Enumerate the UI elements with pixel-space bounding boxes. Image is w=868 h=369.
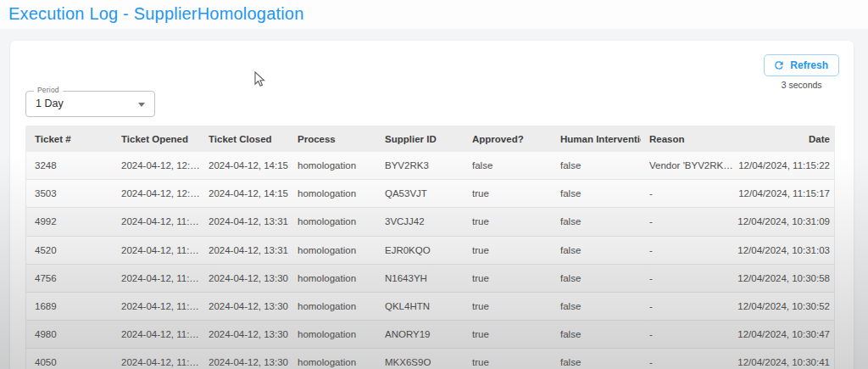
column-header-supplier_id: Supplier ID [376, 134, 464, 144]
cell-human_intervention: false [552, 301, 641, 311]
cell-approved: true [464, 245, 552, 255]
table-row[interactable]: 49802024-04-12, 11:362024-04-12, 13:30ho… [26, 321, 834, 349]
cell-supplier_id: EJR0KQO [376, 245, 464, 255]
cell-date: 12/04/2024, 11:15:22 [736, 160, 834, 171]
cell-process: homologation [289, 216, 376, 226]
cell-ticket_closed: 2024-04-12, 13:30 [200, 273, 289, 283]
cell-supplier_id: QA53VJT [376, 188, 464, 198]
cell-ticket_number: 4756 [26, 273, 113, 283]
table-row[interactable]: 45202024-04-12, 11:402024-04-12, 13:31ho… [26, 237, 834, 265]
period-select[interactable]: Period 1 Day [25, 91, 155, 117]
column-header-human_intervention: Human Intervention? [552, 134, 641, 144]
refresh-button[interactable]: Refresh [764, 54, 839, 76]
refresh-icon [773, 59, 785, 71]
refresh-interval-text: 3 seconds [764, 80, 839, 90]
cell-ticket_number: 3503 [26, 188, 113, 198]
cell-approved: true [464, 188, 552, 198]
column-header-ticket_number: Ticket # [26, 134, 113, 144]
cell-ticket_closed: 2024-04-12, 13:30 [200, 329, 289, 339]
cell-supplier_id: 3VCJJ42 [376, 216, 464, 226]
cell-human_intervention: false [552, 160, 641, 171]
execution-log-table: Ticket #Ticket OpenedTicket ClosedProces… [25, 126, 835, 369]
cell-reason: - [641, 301, 736, 311]
cell-ticket_closed: 2024-04-12, 13:30 [200, 301, 289, 311]
cell-process: homologation [289, 329, 376, 339]
cell-ticket_number: 3248 [26, 160, 113, 171]
table-row[interactable]: 35032024-04-12, 12:162024-04-12, 14:15ho… [26, 180, 834, 208]
cell-approved: true [464, 329, 552, 339]
cell-ticket_number: 4050 [26, 357, 113, 367]
cell-ticket_number: 4992 [26, 216, 113, 226]
cell-ticket_opened: 2024-04-12, 11:37 [113, 301, 200, 311]
cell-date: 12/04/2024, 10:30:41 [736, 357, 834, 367]
cell-supplier_id: MKX6S9O [376, 357, 464, 367]
cell-ticket_number: 4980 [26, 329, 113, 339]
content-card: Refresh 3 seconds Period 1 Day Ticket #T… [10, 41, 854, 369]
column-header-approved: Approved? [464, 134, 552, 144]
table-header-row: Ticket #Ticket OpenedTicket ClosedProces… [26, 126, 834, 152]
cell-date: 12/04/2024, 10:30:58 [736, 273, 834, 283]
period-select-value: 1 Day [26, 92, 154, 116]
refresh-button-label: Refresh [790, 59, 828, 71]
cell-date: 12/04/2024, 10:30:47 [736, 329, 834, 339]
column-header-date: Date [736, 134, 834, 144]
cell-ticket_opened: 2024-04-12, 11:40 [113, 245, 200, 255]
cell-date: 12/04/2024, 10:31:09 [736, 216, 834, 226]
cell-approved: true [464, 357, 552, 367]
cell-reason: - [641, 245, 736, 255]
cell-reason: - [641, 188, 736, 198]
cell-process: homologation [289, 301, 376, 311]
cell-date: 12/04/2024, 11:15:17 [736, 188, 834, 198]
cell-ticket_number: 4520 [26, 245, 113, 255]
cell-process: homologation [289, 188, 376, 198]
cell-process: homologation [289, 357, 376, 367]
cell-ticket_opened: 2024-04-12, 11:35 [113, 357, 200, 367]
table-row[interactable]: 49922024-04-12, 11:412024-04-12, 13:31ho… [26, 208, 834, 236]
cell-approved: true [464, 301, 552, 311]
cell-ticket_closed: 2024-04-12, 13:30 [200, 357, 289, 367]
cell-date: 12/04/2024, 10:31:03 [736, 245, 834, 255]
cell-human_intervention: false [552, 245, 641, 255]
cell-reason: - [641, 273, 736, 283]
table-body: 32482024-04-12, 12:172024-04-12, 14:15ho… [26, 152, 834, 369]
cell-ticket_number: 1689 [26, 301, 113, 311]
cell-human_intervention: false [552, 188, 641, 198]
cell-reason: - [641, 329, 736, 339]
cell-ticket_closed: 2024-04-12, 14:15 [200, 188, 289, 198]
cell-reason: - [641, 216, 736, 226]
cell-reason: Vendor 'BYV2RK3' ha... [641, 160, 736, 171]
table-row[interactable]: 47562024-04-12, 11:382024-04-12, 13:30ho… [26, 265, 834, 293]
cell-ticket_opened: 2024-04-12, 12:17 [113, 160, 200, 171]
table-row[interactable]: 40502024-04-12, 11:352024-04-12, 13:30ho… [26, 349, 834, 369]
column-header-process: Process [289, 134, 376, 144]
cell-human_intervention: false [552, 357, 641, 367]
cell-ticket_opened: 2024-04-12, 11:38 [113, 273, 200, 283]
table-row[interactable]: 32482024-04-12, 12:172024-04-12, 14:15ho… [26, 152, 834, 180]
cell-supplier_id: N1643YH [376, 273, 464, 283]
cell-supplier_id: BYV2RK3 [376, 160, 464, 171]
table-row[interactable]: 16892024-04-12, 11:372024-04-12, 13:30ho… [26, 293, 834, 321]
cell-ticket_closed: 2024-04-12, 13:31 [200, 245, 289, 255]
cell-ticket_opened: 2024-04-12, 11:41 [113, 216, 200, 226]
cell-reason: - [641, 357, 736, 367]
cell-process: homologation [289, 273, 376, 283]
cell-ticket_closed: 2024-04-12, 14:15 [200, 160, 289, 171]
column-header-reason: Reason [641, 134, 736, 144]
cell-ticket_opened: 2024-04-12, 12:16 [113, 188, 200, 198]
cell-human_intervention: false [552, 216, 641, 226]
cell-human_intervention: false [552, 329, 641, 339]
cell-process: homologation [289, 245, 376, 255]
top-bar: Execution Log - SupplierHomologation [0, 0, 868, 29]
refresh-area: Refresh 3 seconds [764, 54, 839, 90]
cell-approved: false [464, 160, 552, 171]
cell-date: 12/04/2024, 10:30:52 [736, 301, 834, 311]
column-header-ticket_opened: Ticket Opened [113, 134, 200, 144]
cell-ticket_closed: 2024-04-12, 13:31 [200, 216, 289, 226]
page-title: Execution Log - SupplierHomologation [8, 4, 304, 24]
cell-approved: true [464, 216, 552, 226]
column-header-ticket_closed: Ticket Closed [200, 134, 289, 144]
cell-ticket_opened: 2024-04-12, 11:36 [113, 329, 200, 339]
dropdown-arrow-icon [138, 103, 145, 107]
period-select-label: Period [34, 86, 63, 94]
cell-human_intervention: false [552, 273, 641, 283]
